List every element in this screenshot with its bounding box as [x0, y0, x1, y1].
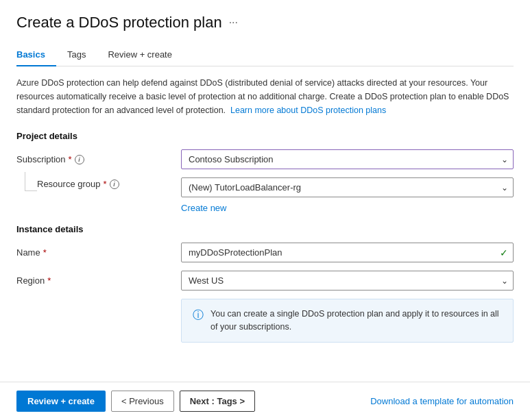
resource-group-dropdown: (New) TutorLoadBalancer-rg ⌄: [181, 177, 514, 197]
tab-tags[interactable]: Tags: [56, 44, 97, 66]
subscription-select[interactable]: Contoso Subscription: [181, 149, 514, 169]
previous-button[interactable]: < Previous: [111, 391, 174, 412]
resource-group-label-area: Resource group * i: [16, 177, 181, 191]
region-select[interactable]: West US: [181, 271, 514, 291]
subscription-label-col: Subscription * i: [16, 154, 181, 164]
resource-group-label-inner: Resource group * i: [37, 177, 119, 189]
next-button[interactable]: Next : Tags >: [180, 391, 255, 412]
project-details-section: Project details Subscription * i Contoso…: [16, 131, 514, 213]
name-row: Name * ✓: [16, 243, 514, 262]
subscription-label: Subscription: [16, 154, 66, 164]
resource-group-required: *: [104, 179, 107, 189]
page-title: Create a DDoS protection plan: [16, 14, 222, 32]
subscription-control: Contoso Subscription ⌄: [181, 149, 514, 169]
subscription-required: *: [69, 154, 72, 164]
main-content: Create a DDoS protection plan ··· Basics…: [0, 0, 530, 382]
info-box-icon: ⓘ: [193, 308, 204, 323]
resource-group-info-icon[interactable]: i: [110, 180, 119, 189]
tab-review-create[interactable]: Review + create: [97, 44, 183, 66]
resource-group-outer-row: Resource group * i (New) TutorLoadBalanc…: [16, 177, 514, 197]
name-label: Name: [16, 247, 40, 258]
name-check-icon: ✓: [500, 247, 508, 258]
info-box: ⓘ You can create a single DDoS protectio…: [181, 299, 514, 343]
subscription-row: Subscription * i Contoso Subscription ⌄: [16, 149, 514, 169]
subscription-info-icon[interactable]: i: [75, 155, 84, 164]
more-options-icon[interactable]: ···: [229, 16, 238, 29]
create-new-row: Create new: [181, 200, 514, 213]
region-label-col: Region *: [16, 275, 181, 286]
resource-group-label: Resource group: [37, 179, 101, 189]
description-text: Azure DDoS protection can help defend ag…: [16, 76, 514, 117]
region-required: *: [47, 275, 51, 286]
page-container: Create a DDoS protection plan ··· Basics…: [0, 0, 530, 420]
learn-more-link[interactable]: Learn more about DDoS protection plans: [230, 106, 386, 115]
region-dropdown: West US ⌄: [181, 271, 514, 291]
tabs-container: Basics Tags Review + create: [16, 44, 514, 66]
info-box-text: You can create a single DDoS protection …: [210, 308, 502, 334]
footer: Review + create < Previous Next : Tags >…: [0, 382, 530, 420]
region-control: West US ⌄: [181, 271, 514, 291]
resource-group-control: (New) TutorLoadBalancer-rg ⌄: [181, 177, 514, 197]
name-input[interactable]: [181, 243, 514, 262]
subscription-dropdown: Contoso Subscription ⌄: [181, 149, 514, 169]
name-label-col: Name *: [16, 247, 181, 258]
project-details-heading: Project details: [16, 131, 514, 141]
name-required: *: [43, 247, 47, 258]
download-template-link[interactable]: Download a template for automation: [370, 396, 514, 406]
page-title-row: Create a DDoS protection plan ···: [16, 14, 514, 32]
tab-basics[interactable]: Basics: [16, 44, 56, 66]
resource-group-select[interactable]: (New) TutorLoadBalancer-rg: [181, 177, 514, 197]
region-label: Region: [16, 275, 45, 286]
instance-details-heading: Instance details: [16, 224, 514, 234]
region-row: Region * West US ⌄: [16, 271, 514, 291]
create-new-link[interactable]: Create new: [181, 203, 226, 213]
name-control: ✓: [181, 243, 514, 262]
name-input-wrapper: ✓: [181, 243, 514, 262]
review-create-button[interactable]: Review + create: [16, 391, 106, 412]
instance-details-section: Instance details Name * ✓ Region: [16, 224, 514, 343]
